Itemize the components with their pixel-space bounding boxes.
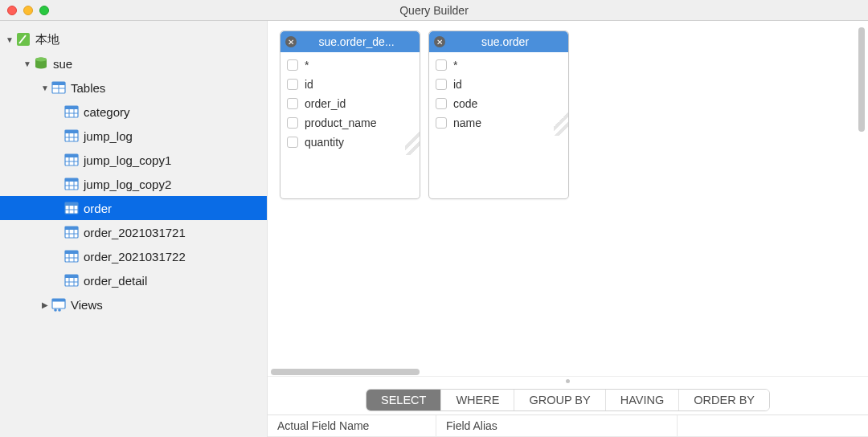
grid-column-actual-field[interactable]: Actual Field Name [268,415,436,436]
tree-table-item[interactable]: order_detail [0,268,267,292]
checkbox[interactable] [436,98,447,109]
column-row[interactable]: id [280,75,420,94]
tab-having[interactable]: HAVING [606,390,680,410]
traffic-lights [0,6,49,15]
titlebar: Query Builder [0,0,868,21]
tree-label: jump_log_copy2 [84,178,171,191]
window-title: Query Builder [0,4,868,17]
column-row[interactable]: quantity [280,133,420,152]
column-row[interactable]: code [429,94,568,113]
tab-where[interactable]: WHERE [441,390,514,410]
tree-label: order_2021031721 [84,226,186,239]
column-label: * [305,59,309,71]
column-row[interactable]: product_name [280,113,420,133]
tab-order-by[interactable]: ORDER BY [679,390,769,410]
tree-database[interactable]: ▼ sue [0,51,267,76]
column-label: id [453,78,462,91]
tables-icon [51,80,66,95]
svg-point-2 [35,58,47,62]
grid-column-field-alias[interactable]: Field Alias [436,415,678,436]
tree-table-item[interactable]: order_2021031722 [0,244,267,268]
bottom-pane: SELECT WHERE GROUP BY HAVING ORDER BY Ac… [268,386,868,437]
pane-divider[interactable] [268,376,868,386]
tree-label: category [84,105,130,119]
checkbox[interactable] [436,117,447,129]
table-box-header[interactable]: ✕ sue.order [429,31,568,52]
checkbox[interactable] [287,117,298,129]
svg-rect-13 [65,130,78,133]
tree-views-folder[interactable]: ▶ Views [0,292,267,317]
column-row[interactable]: id [429,75,568,94]
column-row[interactable]: * [429,55,568,75]
database-icon [34,56,48,71]
minimize-window-button[interactable] [23,6,33,15]
tree-table-item[interactable]: order [0,196,267,220]
scrollbar-thumb[interactable] [271,369,420,375]
grip-icon [566,379,570,383]
column-label: code [453,97,477,110]
content-pane: ✕ sue.order_de... * id order_id product_… [268,21,868,437]
tree-label: Tables [71,81,105,95]
table-box-order[interactable]: ✕ sue.order * id code name [428,31,569,199]
table-box-header[interactable]: ✕ sue.order_de... [280,31,420,52]
table-icon [64,177,79,191]
svg-point-50 [58,308,61,312]
svg-rect-18 [65,154,78,157]
svg-rect-38 [65,251,78,254]
main-layout: ▼ 本地 ▼ sue ▼ Tables [0,21,868,437]
horizontal-scrollbar[interactable] [268,368,868,376]
table-icon [64,153,79,167]
checkbox[interactable] [287,98,298,109]
svg-rect-43 [65,275,78,278]
tree-table-item[interactable]: jump_log_copy2 [0,172,267,196]
column-row[interactable]: * [280,55,420,75]
svg-rect-8 [65,106,78,109]
designer-canvas-wrap: ✕ sue.order_de... * id order_id product_… [268,21,868,376]
tree-table-item[interactable]: jump_log_copy1 [0,148,267,172]
checkbox[interactable] [436,79,447,90]
tree-label: 本地 [35,32,59,47]
tab-select[interactable]: SELECT [366,390,441,410]
tab-group-by[interactable]: GROUP BY [514,390,605,410]
chevron-down-icon[interactable]: ▼ [23,59,32,68]
tree-table-item[interactable]: category [0,100,267,124]
svg-rect-48 [52,299,65,302]
chevron-down-icon[interactable]: ▼ [40,84,50,92]
tree-label: order_2021031722 [84,250,186,263]
chevron-right-icon[interactable]: ▶ [40,300,50,309]
column-label: name [453,116,481,129]
clause-tabs: SELECT WHERE GROUP BY HAVING ORDER BY [268,386,868,415]
close-icon[interactable]: ✕ [434,36,445,47]
tree-connection[interactable]: ▼ 本地 [0,27,267,51]
views-icon [51,297,66,312]
table-box-title: sue.order [450,35,563,48]
resize-handle[interactable] [554,104,568,136]
column-row[interactable]: name [429,113,568,133]
close-icon[interactable]: ✕ [285,36,297,47]
column-row[interactable]: order_id [280,94,420,113]
maximize-window-button[interactable] [39,6,49,15]
checkbox[interactable] [436,59,447,71]
resize-handle[interactable] [405,123,420,155]
close-window-button[interactable] [7,6,17,15]
tree-label: Views [71,298,103,312]
checkbox[interactable] [287,79,298,90]
tree-tables-folder[interactable]: ▼ Tables [0,76,267,100]
table-box-title: sue.order_de... [301,35,415,48]
table-box-order-detail[interactable]: ✕ sue.order_de... * id order_id product_… [280,31,420,199]
table-icon [64,104,79,119]
designer-canvas[interactable]: ✕ sue.order_de... * id order_id product_… [268,21,868,376]
tree-label: order [84,202,112,215]
table-box-columns: * id code name [429,52,568,136]
column-label: order_id [305,97,346,110]
tree-table-item[interactable]: order_2021031721 [0,220,267,244]
vertical-scrollbar[interactable] [858,27,865,132]
table-icon [64,225,79,239]
tree-table-item[interactable]: jump_log [0,124,267,148]
chevron-down-icon[interactable]: ▼ [5,35,14,44]
tree-label: sue [53,57,72,71]
checkbox[interactable] [287,137,298,148]
checkbox[interactable] [287,59,298,71]
tree-label: order_detail [84,274,147,288]
object-tree: ▼ 本地 ▼ sue ▼ Tables [0,21,267,317]
